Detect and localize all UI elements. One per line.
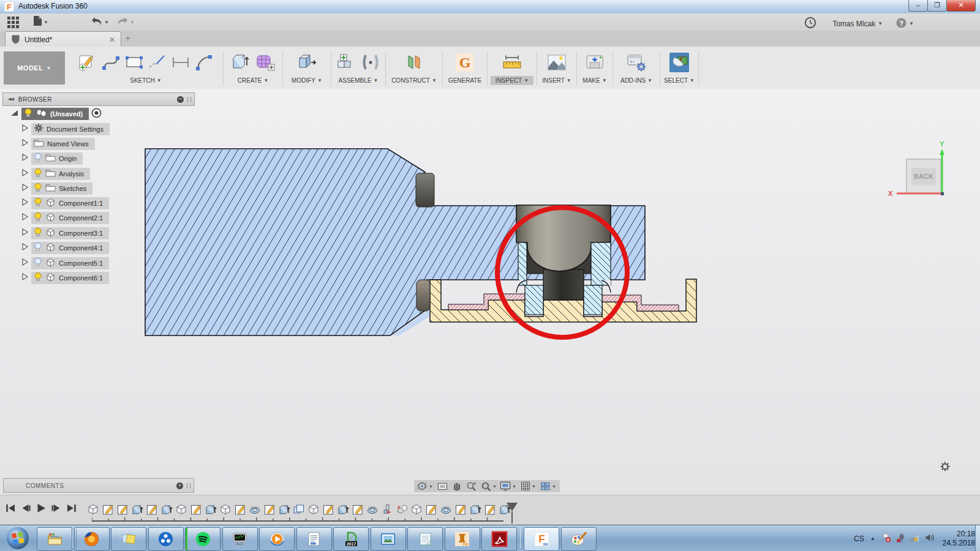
- tab-untitled[interactable]: Untitled* ✕: [5, 31, 121, 47]
- timeline-feature-component[interactable]: [175, 503, 187, 515]
- toolbar-group-label[interactable]: ADD-INS▼: [616, 76, 657, 85]
- collapsed-arrow-icon[interactable]: [21, 153, 29, 164]
- tab-close-icon[interactable]: ✕: [109, 36, 115, 44]
- timeline-feature-revolve[interactable]: [366, 503, 379, 515]
- taskbar-app-firefox[interactable]: [74, 527, 110, 551]
- browser-row-label[interactable]: Component1:1: [59, 200, 103, 207]
- model-canvas[interactable]: ◀◀ BROWSER − (Unsaved)Document SettingsN…: [0, 89, 980, 495]
- taskbar-grip-icon[interactable]: [520, 529, 524, 548]
- browser-row-label[interactable]: Component4:1: [59, 244, 103, 252]
- collapsed-arrow-icon[interactable]: [21, 168, 29, 179]
- flag-alert-icon[interactable]: [881, 533, 891, 545]
- toolbar-group-label[interactable]: MAKE▼: [578, 76, 611, 85]
- comments-grip-icon[interactable]: [187, 483, 190, 489]
- taskbar-app-inventor[interactable]: P10: [445, 527, 480, 551]
- toolbar-group-label[interactable]: GENERATE: [443, 76, 486, 85]
- help-icon[interactable]: ?: [896, 18, 907, 30]
- toolbar-group-label[interactable]: INSERT▼: [537, 76, 576, 85]
- taskbar-app-draftsight-2017[interactable]: 2017: [333, 527, 369, 551]
- browser-row-pill[interactable]: Component5:1: [31, 257, 109, 269]
- step-back-button[interactable]: [20, 503, 31, 515]
- toolbar-group-label[interactable]: SELECT▼: [659, 76, 699, 85]
- timeline-feature-sketch[interactable]: [189, 503, 202, 515]
- browser-root-label[interactable]: (Unsaved): [50, 110, 83, 118]
- workspace-selector[interactable]: MODEL▼: [4, 51, 65, 84]
- measure-icon[interactable]: [501, 52, 523, 75]
- gear-icon[interactable]: [940, 461, 951, 472]
- timeline-feature-component[interactable]: [219, 503, 232, 515]
- pan-icon[interactable]: [452, 481, 462, 491]
- browser-row-pill[interactable]: Component3:1: [31, 227, 109, 239]
- new-component-icon[interactable]: [336, 52, 356, 75]
- comments-bar[interactable]: COMMENTS +: [3, 478, 194, 493]
- bulb-on-icon[interactable]: [34, 182, 42, 195]
- timeline-feature-sketch[interactable]: [322, 503, 334, 515]
- activate-radio-icon[interactable]: [91, 108, 102, 121]
- browser-grip-icon[interactable]: [187, 97, 191, 102]
- extrude-icon[interactable]: [230, 52, 251, 75]
- taskbar-app-notepad[interactable]: [407, 527, 443, 551]
- collapsed-arrow-icon[interactable]: [21, 258, 29, 269]
- part-top-pin[interactable]: [416, 173, 434, 207]
- timeline-feature-revolve[interactable]: [248, 503, 261, 515]
- power-alert-icon[interactable]: [895, 533, 905, 545]
- dimension-icon[interactable]: [171, 53, 190, 75]
- browser-row-origin[interactable]: Origin: [21, 152, 83, 165]
- timeline-feature-sketch[interactable]: [233, 503, 246, 515]
- timeline-feature-joint[interactable]: [380, 503, 393, 515]
- timeline-feature-extrude[interactable]: [160, 503, 173, 515]
- user-name[interactable]: Tomas Mlcak: [832, 20, 875, 28]
- network-alert-icon[interactable]: [910, 533, 920, 545]
- taskbar-app-resource-monitor[interactable]: [222, 527, 258, 551]
- browser-row-component4-1[interactable]: Component4:1: [21, 242, 109, 254]
- taskbar-app-sticky-notes[interactable]: [111, 527, 146, 551]
- browser-collapse-icon[interactable]: ◀◀: [8, 97, 13, 102]
- user-caret-icon[interactable]: ▼: [878, 21, 883, 26]
- construction-line-icon[interactable]: [148, 53, 167, 75]
- browser-row-pill[interactable]: Origin: [31, 152, 83, 165]
- bulb-on-icon[interactable]: [34, 212, 42, 225]
- show-desktop-button[interactable]: [975, 525, 980, 551]
- construction-plane-icon[interactable]: [404, 52, 424, 75]
- to-start-button[interactable]: [5, 503, 16, 515]
- toolbar-group-label[interactable]: INSPECT▼: [491, 76, 533, 85]
- zoom-window-icon[interactable]: ▼: [481, 481, 497, 492]
- bulb-on-icon[interactable]: [34, 168, 42, 181]
- browser-row-sketches[interactable]: Sketches: [21, 182, 92, 195]
- timeline-feature-component[interactable]: [86, 503, 99, 515]
- browser-row-label[interactable]: Named Views: [47, 140, 89, 148]
- add-ins-icon[interactable]: >-: [626, 52, 647, 75]
- bulb-off-icon[interactable]: [34, 257, 42, 270]
- browser-row-pill[interactable]: Document Settings: [31, 123, 110, 135]
- timeline-feature-extrude[interactable]: [336, 503, 349, 515]
- timeline-feature-extrude[interactable]: [277, 503, 290, 515]
- press-pull-icon[interactable]: [296, 52, 317, 75]
- collapsed-arrow-icon[interactable]: [21, 183, 29, 194]
- collapsed-arrow-icon[interactable]: [21, 124, 29, 135]
- zoom-icon[interactable]: [466, 481, 477, 492]
- browser-row-pill[interactable]: Component4:1: [31, 242, 109, 254]
- tray-clock[interactable]: 20:18 24.5.2018: [943, 530, 975, 548]
- bulb-on-icon[interactable]: [34, 227, 42, 240]
- taskbar-app-media-player[interactable]: [259, 527, 295, 551]
- timeline-feature-sketch[interactable]: [101, 503, 114, 515]
- timeline-ruler[interactable]: [92, 517, 514, 525]
- browser-row-label[interactable]: Component2:1: [59, 214, 103, 222]
- bulb-on-icon[interactable]: [34, 272, 42, 285]
- browser-row-label[interactable]: Document Settings: [47, 126, 104, 133]
- collapsed-arrow-icon[interactable]: [21, 242, 29, 253]
- taskbar-app-spotify[interactable]: [185, 527, 221, 551]
- browser-row-analysis[interactable]: Analysis: [21, 168, 90, 180]
- play-button[interactable]: [36, 503, 47, 516]
- job-status-clock-icon[interactable]: [804, 17, 816, 31]
- browser-row-label[interactable]: Analysis: [59, 170, 84, 178]
- timeline-feature-extrude[interactable]: [204, 503, 217, 515]
- taskbar-app-paint[interactable]: [561, 527, 597, 551]
- toolbar-group-label[interactable]: ASSEMBLE▼: [334, 76, 383, 85]
- browser-row-label[interactable]: Origin: [59, 155, 77, 162]
- generate-icon[interactable]: G: [454, 52, 475, 75]
- bulb-on-icon[interactable]: [34, 197, 42, 210]
- toolbar-group-label[interactable]: MODIFY▼: [287, 76, 327, 85]
- browser-row-pill[interactable]: Analysis: [31, 168, 90, 180]
- display-settings-icon[interactable]: ▼: [500, 481, 516, 491]
